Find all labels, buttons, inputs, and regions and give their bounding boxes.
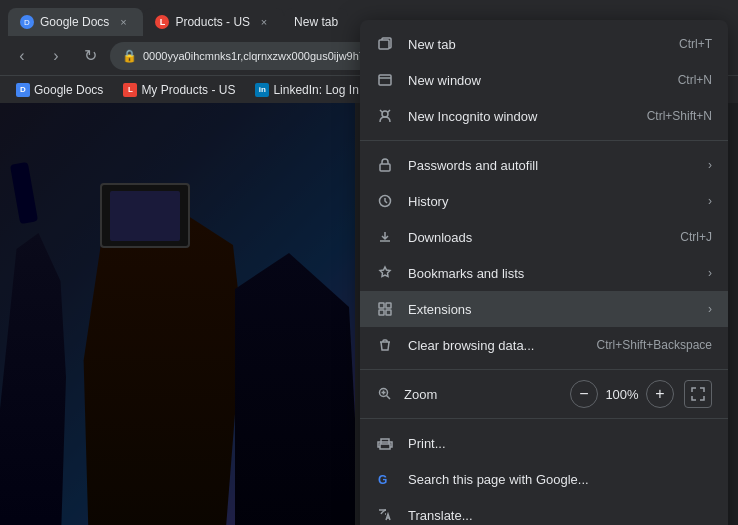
menu-item-search-google[interactable]: G Search this page with Google... <box>360 461 728 497</box>
tab-close-products-us[interactable]: × <box>256 14 272 30</box>
tab-title-new-tab: New tab <box>294 15 338 29</box>
history-icon <box>376 192 394 210</box>
zoom-value: 100% <box>602 387 642 402</box>
clear-data-label: Clear browsing data... <box>408 338 583 353</box>
menu-item-history[interactable]: History › <box>360 183 728 219</box>
bookmark-my-products[interactable]: L My Products - US <box>115 81 243 99</box>
svg-rect-12 <box>380 164 390 171</box>
extensions-menu-icon <box>376 300 394 318</box>
extensions-arrow: › <box>708 302 712 316</box>
lock-icon: 🔒 <box>122 49 137 63</box>
tv-display <box>110 191 180 241</box>
zoom-row: Zoom − 100% + <box>360 376 728 412</box>
tab-products-us[interactable]: L Products - US × <box>143 8 284 36</box>
new-tab-label: New tab <box>408 37 665 52</box>
divider-3 <box>360 418 728 419</box>
svg-rect-9 <box>379 40 389 49</box>
print-label: Print... <box>408 436 712 451</box>
back-button[interactable]: ‹ <box>8 42 36 70</box>
tab-close-google-docs[interactable]: × <box>115 14 131 30</box>
new-tab-shortcut: Ctrl+T <box>679 37 712 51</box>
zoom-controls: − 100% + <box>570 380 712 408</box>
zoom-plus-button[interactable]: + <box>646 380 674 408</box>
zoom-minus-button[interactable]: − <box>570 380 598 408</box>
zoom-icon <box>376 385 394 403</box>
menu-item-new-window[interactable]: New window Ctrl+N <box>360 62 728 98</box>
page-background <box>0 103 355 525</box>
extensions-label: Extensions <box>408 302 686 317</box>
bookmark-linkedin[interactable]: in LinkedIn: Log In <box>247 81 366 99</box>
incognito-label: New Incognito window <box>408 109 633 124</box>
menu-item-clear-data[interactable]: Clear browsing data... Ctrl+Shift+Backsp… <box>360 327 728 363</box>
menu-item-passwords[interactable]: Passwords and autofill › <box>360 147 728 183</box>
tab-new-tab[interactable]: New tab <box>284 8 348 36</box>
menu-item-incognito[interactable]: New Incognito window Ctrl+Shift+N <box>360 98 728 134</box>
page-content <box>0 103 355 525</box>
downloads-label: Downloads <box>408 230 666 245</box>
chrome-dropdown-menu: New tab Ctrl+T New window Ctrl+N New Inc… <box>360 20 728 525</box>
forward-button[interactable]: › <box>42 42 70 70</box>
bookmarks-label: Bookmarks and lists <box>408 266 686 281</box>
passwords-icon <box>376 156 394 174</box>
svg-rect-17 <box>386 310 391 315</box>
new-window-icon <box>376 71 394 89</box>
svg-rect-10 <box>379 75 391 85</box>
tab-favicon-google-docs: D <box>20 15 34 29</box>
tab-google-docs[interactable]: D Google Docs × <box>8 8 143 36</box>
new-window-label: New window <box>408 73 664 88</box>
svg-point-11 <box>382 111 388 117</box>
downloads-icon <box>376 228 394 246</box>
divider-1 <box>360 140 728 141</box>
clear-data-shortcut: Ctrl+Shift+Backspace <box>597 338 712 352</box>
print-icon <box>376 434 394 452</box>
clear-data-icon <box>376 336 394 354</box>
menu-item-downloads[interactable]: Downloads Ctrl+J <box>360 219 728 255</box>
svg-text:G: G <box>378 473 387 487</box>
refresh-button[interactable]: ↻ <box>76 42 104 70</box>
svg-rect-15 <box>386 303 391 308</box>
translate-icon <box>376 506 394 524</box>
passwords-label: Passwords and autofill <box>408 158 686 173</box>
bookmark-label-linkedin: LinkedIn: Log In <box>273 83 358 97</box>
new-tab-icon <box>376 35 394 53</box>
incognito-shortcut: Ctrl+Shift+N <box>647 109 712 123</box>
incognito-icon <box>376 107 394 125</box>
svg-rect-16 <box>379 310 384 315</box>
bookmark-label-products: My Products - US <box>141 83 235 97</box>
bookmark-favicon-linkedin: in <box>255 83 269 97</box>
menu-item-print[interactable]: Print... <box>360 425 728 461</box>
tab-favicon-products-us: L <box>155 15 169 29</box>
google-search-icon: G <box>376 470 394 488</box>
tab-title-google-docs: Google Docs <box>40 15 109 29</box>
divider-2 <box>360 369 728 370</box>
menu-item-bookmarks[interactable]: Bookmarks and lists › <box>360 255 728 291</box>
bookmark-favicon-docs: D <box>16 83 30 97</box>
svg-rect-14 <box>379 303 384 308</box>
bookmark-label-docs: Google Docs <box>34 83 103 97</box>
tv-screen <box>100 183 190 248</box>
bookmark-favicon-products: L <box>123 83 137 97</box>
svg-line-19 <box>387 396 391 400</box>
new-window-shortcut: Ctrl+N <box>678 73 712 87</box>
history-arrow: › <box>708 194 712 208</box>
bookmarks-icon <box>376 264 394 282</box>
translate-label: Translate... <box>408 508 712 523</box>
menu-item-new-tab[interactable]: New tab Ctrl+T <box>360 26 728 62</box>
tab-title-products-us: Products - US <box>175 15 250 29</box>
svg-rect-22 <box>380 444 390 449</box>
zoom-fullscreen-button[interactable] <box>684 380 712 408</box>
menu-item-translate[interactable]: Translate... <box>360 497 728 525</box>
bookmarks-arrow: › <box>708 266 712 280</box>
passwords-arrow: › <box>708 158 712 172</box>
downloads-shortcut: Ctrl+J <box>680 230 712 244</box>
search-google-label: Search this page with Google... <box>408 472 712 487</box>
bookmark-google-docs[interactable]: D Google Docs <box>8 81 111 99</box>
history-label: History <box>408 194 686 209</box>
zoom-label: Zoom <box>404 387 560 402</box>
menu-item-extensions[interactable]: Extensions › <box>360 291 728 327</box>
